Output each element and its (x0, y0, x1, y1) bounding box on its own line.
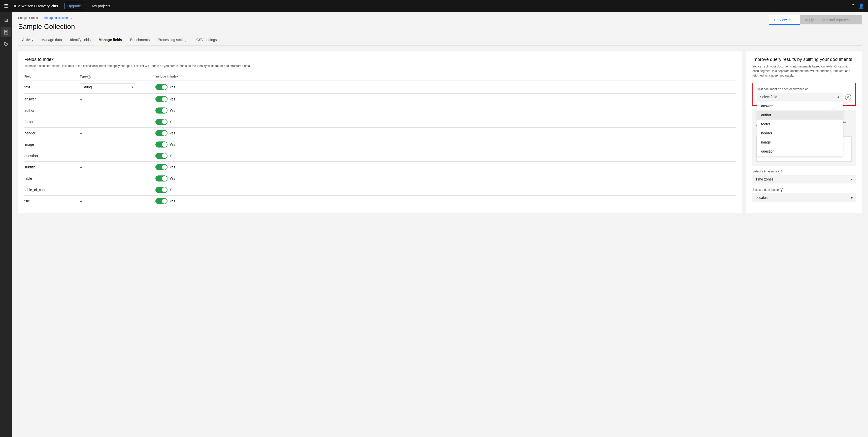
table-row: title–Yes (25, 195, 736, 207)
fields-panel-subtitle: To make a field searchable, include it i… (25, 64, 736, 68)
dropdown-item-header[interactable]: header (757, 129, 843, 138)
my-projects-link[interactable]: My projects (92, 4, 110, 8)
table-row: answer–Yes (25, 93, 736, 105)
table-row: table–Yes (25, 173, 736, 184)
timezone-info-icon[interactable]: i (778, 170, 782, 173)
locale-select[interactable]: Locales (752, 193, 856, 202)
field-type: – (80, 105, 155, 116)
apply-changes-button[interactable]: Apply changes and reprocess → (800, 15, 862, 25)
field-include: Yes (155, 80, 736, 93)
field-include: Yes (155, 139, 736, 150)
field-include: Yes (155, 173, 736, 184)
include-toggle[interactable] (155, 119, 167, 125)
include-label: Yes (169, 108, 175, 112)
dropdown-item-footer[interactable]: footer (757, 120, 843, 129)
table-row: author–Yes (25, 105, 736, 116)
field-type: – (80, 116, 155, 127)
field-type: – (80, 184, 155, 195)
dropdown-item-answer[interactable]: answer (757, 101, 843, 110)
split-panel: Improve query results by splitting your … (746, 51, 862, 213)
split-select-container: Select field ▲ answer author footer head… (757, 93, 843, 101)
breadcrumb-project: Sample Project (18, 16, 38, 20)
timezone-label: Select a time zone i (752, 170, 856, 173)
split-section: Split document on each occurrence of Sel… (752, 83, 856, 106)
include-toggle[interactable] (155, 153, 167, 159)
split-label: Split document on each occurrence of (757, 87, 851, 91)
help-icon[interactable]: ? (852, 3, 855, 9)
breadcrumb-sep1: / (40, 16, 41, 20)
include-toggle[interactable] (155, 187, 167, 193)
field-name: text (25, 80, 80, 93)
field-name: header (25, 127, 80, 139)
fields-panel-title: Fields to index (25, 57, 736, 62)
tab-manage-fields[interactable]: Manage fields (95, 35, 126, 45)
split-field-select[interactable]: Select field ▲ (757, 93, 843, 101)
include-label: Yes (169, 120, 175, 124)
breadcrumb-sep2: / (71, 16, 72, 20)
include-toggle[interactable] (155, 164, 167, 170)
fields-table: Field Type i Include in index textString… (25, 73, 736, 207)
split-field-dropdown[interactable]: answer author footer header image questi… (757, 101, 843, 156)
include-label: Yes (169, 176, 175, 180)
field-include: Yes (155, 116, 736, 127)
sidebar-icon-grid[interactable]: ⊞ (1, 15, 11, 25)
include-toggle[interactable] (155, 198, 167, 204)
timezone-select-wrap: Time zones ▾ (752, 175, 856, 184)
upgrade-link[interactable]: Upgrade (64, 3, 84, 9)
type-info-icon[interactable]: i (87, 75, 91, 78)
tab-csv-settings[interactable]: CSV settings (192, 35, 221, 45)
tab-activity[interactable]: Activity (18, 35, 37, 45)
clear-split-button[interactable]: ✕ (845, 94, 851, 100)
include-toggle[interactable] (155, 130, 167, 136)
include-toggle[interactable] (155, 107, 167, 113)
field-include: Yes (155, 161, 736, 173)
breadcrumb-collections[interactable]: Manage collections (43, 16, 69, 20)
dropdown-item-question[interactable]: question (757, 147, 843, 156)
include-label: Yes (169, 97, 175, 101)
field-type: – (80, 139, 155, 150)
tab-processing-settings[interactable]: Processing settings (154, 35, 192, 45)
locale-info-icon[interactable]: i (780, 188, 783, 192)
field-name: footer (25, 116, 80, 127)
top-actions: Preview data Apply changes and reprocess… (763, 12, 868, 28)
field-type[interactable]: String (80, 80, 155, 93)
include-toggle[interactable] (155, 141, 167, 147)
tab-identify-fields[interactable]: Identify fields (66, 35, 95, 45)
sidebar-icon-document[interactable] (1, 27, 11, 37)
field-type: – (80, 161, 155, 173)
col-field: Field (25, 73, 80, 80)
menu-icon[interactable]: ☰ (4, 3, 8, 9)
preview-data-button[interactable]: Preview data (769, 15, 800, 25)
tab-manage-data[interactable]: Manage data (37, 35, 66, 45)
dropdown-item-image[interactable]: image (757, 138, 843, 147)
include-label: Yes (169, 131, 175, 135)
field-type: – (80, 173, 155, 184)
tabs: Activity Manage data Identify fields Man… (18, 35, 862, 45)
col-type: Type i (80, 73, 155, 80)
table-row: textStringYes (25, 80, 736, 93)
field-name: table (25, 173, 80, 184)
user-icon[interactable]: 👤 (859, 3, 864, 9)
field-name: title (25, 195, 80, 207)
include-toggle[interactable] (155, 175, 167, 181)
include-toggle[interactable] (155, 96, 167, 102)
include-toggle[interactable] (155, 84, 167, 90)
split-select-placeholder: Select field (760, 95, 777, 99)
fields-panel: Fields to index To make a field searchab… (18, 51, 742, 213)
type-select[interactable]: String (80, 83, 135, 91)
dropdown-item-author[interactable]: author (757, 110, 843, 120)
table-row: footer–Yes (25, 116, 736, 127)
sidebar-icon-tag[interactable] (1, 39, 11, 49)
include-label: Yes (169, 85, 175, 89)
table-row: question–Yes (25, 150, 736, 161)
field-name: author (25, 105, 80, 116)
tab-enrichments[interactable]: Enrichments (126, 35, 154, 45)
include-label: Yes (169, 154, 175, 158)
include-label: Yes (169, 142, 175, 146)
field-include: Yes (155, 127, 736, 139)
split-panel-desc: You can split your documents into segmen… (752, 64, 856, 78)
field-name: question (25, 150, 80, 161)
panels: Fields to index To make a field searchab… (18, 51, 862, 213)
topnav: ☰ IBM Watson Discovery Plus Upgrade My p… (0, 0, 868, 12)
timezone-select[interactable]: Time zones (752, 175, 856, 184)
